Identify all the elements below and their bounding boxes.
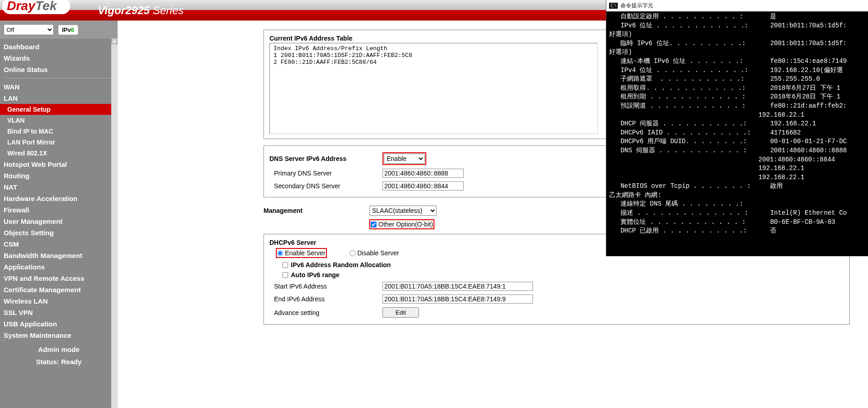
nav-sslvpn[interactable]: SSL VPN xyxy=(0,307,118,318)
nav-csm[interactable]: CSM xyxy=(0,238,118,250)
nav-vlan[interactable]: VLAN xyxy=(0,115,118,126)
nav-wired-8021x[interactable]: Wired 802.1X xyxy=(0,148,118,159)
auto-range-checkbox[interactable] xyxy=(282,272,288,278)
scrollbar[interactable]: ▲ xyxy=(111,38,118,408)
advance-label: Advance setting xyxy=(269,309,382,316)
start-ipv6-label: Start IPv6 Address xyxy=(269,283,382,290)
status-label: Status: Ready xyxy=(0,358,118,366)
table-row: 2 FE80::21D:AAFF:FEB2:5C88/64 xyxy=(274,59,594,66)
nav-bandwidth[interactable]: Bandwidth Management xyxy=(0,250,118,261)
nav-hw-accel[interactable]: Hardware Acceleration xyxy=(0,193,118,204)
table-row: 1 2001:B011:70A5:1D5F:21D:AAFF:FEB2:5C8 xyxy=(274,52,594,59)
table-header: Index IPv6 Address/Prefix Length xyxy=(274,45,594,52)
nav-wan[interactable]: WAN xyxy=(0,81,118,93)
enable-server-radio[interactable] xyxy=(277,250,283,256)
dns-title: DNS Server IPv6 Address xyxy=(269,155,382,162)
random-alloc-label: IPv6 Address Random Allocation xyxy=(291,261,391,269)
nav-apps[interactable]: Applications xyxy=(0,261,118,273)
logo-bold: Dray xyxy=(7,0,35,13)
cmd-icon: C:\ xyxy=(609,3,618,9)
nav-firewall[interactable]: Firewall xyxy=(0,204,118,216)
nav-objects[interactable]: Objects Setting xyxy=(0,227,118,238)
cmd-body: 自動設定啟用 . . . . . . . . . . : 是 IPv6 位址 .… xyxy=(606,11,868,237)
disable-server-label: Disable Server xyxy=(357,249,399,257)
management-select[interactable]: SLAAC(stateless) xyxy=(369,206,437,216)
mode-select[interactable]: Off xyxy=(4,24,54,35)
nav-cert[interactable]: Certificate Management xyxy=(0,284,118,295)
start-ipv6-input[interactable] xyxy=(382,282,533,291)
nav-general-setup[interactable]: General Setup xyxy=(0,104,118,115)
nav-user-mgmt[interactable]: User Management xyxy=(0,216,118,227)
random-alloc-checkbox[interactable] xyxy=(282,262,288,268)
nav-wizards[interactable]: Wizards xyxy=(0,52,118,64)
secondary-dns-label: Secondary DNS Server xyxy=(269,182,382,190)
management-label: Management xyxy=(264,207,369,214)
edit-button[interactable]: Edit xyxy=(382,307,419,318)
cmd-window[interactable]: C:\命令提示字元 自動設定啟用 . . . . . . . . . . : 是… xyxy=(606,0,868,256)
logo-rest: Tek xyxy=(35,0,57,13)
nav-wireless[interactable]: Wireless LAN xyxy=(0,295,118,307)
obit-label: Other Option(O-bit) xyxy=(378,221,433,228)
nav-dashboard[interactable]: Dashboard xyxy=(0,41,118,52)
series-label: Vigor2925 Series xyxy=(98,4,184,17)
cmd-titlebar[interactable]: C:\命令提示字元 xyxy=(606,0,868,11)
nav-sys-maint[interactable]: System Maintenance xyxy=(0,330,118,341)
enable-server-label: Enable Server xyxy=(285,249,326,257)
nav-routing[interactable]: Routing xyxy=(0,170,118,181)
auto-range-label: Auto IPv6 range xyxy=(291,271,340,279)
nav-bind-ip[interactable]: Bind IP to MAC xyxy=(0,126,118,137)
nav-nat[interactable]: NAT xyxy=(0,181,118,193)
nav-usb[interactable]: USB Application xyxy=(0,318,118,330)
ipv6-address-table[interactable]: Index IPv6 Address/Prefix Length 1 2001:… xyxy=(269,43,598,134)
nav-online-status[interactable]: Online Status xyxy=(0,64,118,75)
nav-vpn[interactable]: VPN and Remote Access xyxy=(0,273,118,284)
logo: DrayTek xyxy=(2,0,70,14)
end-ipv6-input[interactable] xyxy=(382,294,533,304)
sidebar: Off IPv6 ▲ Dashboard Wizards Online Stat… xyxy=(0,21,118,408)
secondary-dns-input[interactable] xyxy=(382,181,464,191)
scroll-up-icon[interactable]: ▲ xyxy=(111,38,118,44)
nav-port-mirror[interactable]: LAN Port Mirror xyxy=(0,137,118,148)
dns-enable-select[interactable]: Enable xyxy=(384,154,425,164)
ipv6-badge[interactable]: IPv6 xyxy=(58,25,78,35)
disable-server-radio[interactable] xyxy=(350,250,356,256)
end-ipv6-label: End IPv6 Address xyxy=(269,295,382,303)
primary-dns-input[interactable] xyxy=(382,169,464,178)
nav-hotspot[interactable]: Hotspot Web Portal xyxy=(0,159,118,170)
admin-mode-label: Admin mode xyxy=(0,346,118,353)
primary-dns-label: Primary DNS Server xyxy=(269,170,382,177)
obit-checkbox[interactable] xyxy=(371,222,377,227)
nav-lan[interactable]: LAN xyxy=(0,93,118,104)
